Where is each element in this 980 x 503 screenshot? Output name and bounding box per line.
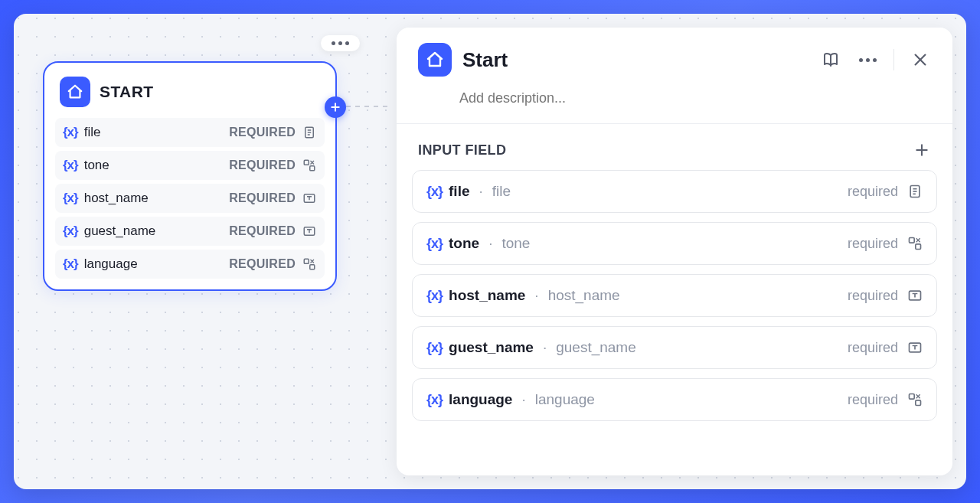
detail-panel: Start INPUT FIELD	[397, 28, 952, 475]
separator: ·	[488, 235, 492, 252]
start-node[interactable]: START {x} file REQUIRED	[43, 61, 337, 291]
separator: ·	[543, 339, 547, 356]
divider	[893, 49, 894, 70]
section-header: INPUT FIELD	[397, 141, 952, 170]
canvas[interactable]: START {x} file REQUIRED	[14, 14, 397, 489]
variable-icon: {x}	[63, 158, 78, 173]
panel-title: Start	[462, 48, 809, 72]
description-input[interactable]	[459, 90, 931, 106]
plus-icon	[329, 101, 341, 113]
separator: ·	[521, 391, 525, 408]
canvas-more-button[interactable]	[321, 35, 360, 51]
text-type-icon	[907, 288, 923, 303]
panel-description	[397, 83, 952, 123]
node-title: START	[100, 83, 153, 101]
svg-rect-25	[916, 400, 921, 406]
docs-button[interactable]	[820, 49, 841, 70]
variable-icon: {x}	[426, 184, 443, 200]
svg-rect-24	[910, 394, 915, 400]
svg-rect-7	[310, 166, 315, 171]
required-label: REQUIRED	[229, 224, 296, 238]
more-icon	[332, 41, 349, 45]
select-type-icon	[907, 236, 923, 251]
variable-row[interactable]: {x} guest_name REQUIRED	[55, 217, 325, 246]
input-field-row[interactable]: {x} guest_name · guest_name required	[412, 326, 937, 369]
plus-icon	[914, 142, 929, 158]
variable-icon: {x}	[426, 392, 443, 408]
text-type-icon	[302, 191, 317, 206]
variable-icon: {x}	[426, 340, 443, 356]
separator: ·	[534, 287, 538, 304]
field-name: tone	[449, 235, 479, 252]
home-icon	[418, 43, 452, 77]
variable-icon: {x}	[63, 256, 78, 272]
app-surface: START {x} file REQUIRED	[14, 14, 966, 489]
field-alias: file	[492, 183, 511, 200]
add-connection-button[interactable]	[325, 96, 346, 118]
field-name: file	[449, 183, 469, 200]
select-type-icon	[302, 256, 317, 272]
close-icon	[912, 51, 929, 68]
required-label: REQUIRED	[229, 126, 296, 139]
field-name: host_name	[449, 287, 525, 304]
svg-rect-11	[310, 265, 315, 269]
book-icon	[822, 51, 840, 69]
required-label: required	[848, 184, 898, 200]
add-field-button[interactable]	[913, 141, 931, 159]
text-type-icon	[907, 340, 923, 355]
variable-row[interactable]: {x} language REQUIRED	[55, 250, 325, 279]
select-type-icon	[907, 392, 923, 407]
variable-icon: {x}	[426, 236, 443, 252]
section-title: INPUT FIELD	[418, 142, 506, 158]
variable-icon: {x}	[426, 288, 443, 304]
field-name: guest_name	[449, 339, 534, 356]
svg-rect-20	[910, 238, 915, 243]
variable-name: guest_name	[84, 224, 156, 239]
variable-icon: {x}	[63, 224, 78, 239]
svg-rect-6	[304, 160, 309, 165]
variable-row[interactable]: {x} tone REQUIRED	[55, 151, 325, 180]
panel-more-button[interactable]	[857, 49, 878, 70]
field-list: {x} file · file required {x} tone ·	[397, 170, 952, 430]
variable-name: language	[84, 256, 138, 272]
close-button[interactable]	[910, 49, 931, 70]
field-alias: language	[535, 391, 595, 408]
text-type-icon	[302, 224, 317, 239]
panel-header: Start	[397, 28, 952, 83]
required-label: required	[848, 288, 898, 304]
required-label: required	[848, 340, 898, 356]
input-field-row[interactable]: {x} tone · tone required	[412, 222, 937, 265]
input-field-row[interactable]: {x} language · language required	[412, 378, 937, 421]
home-icon	[60, 77, 90, 107]
required-label: REQUIRED	[229, 257, 296, 271]
select-type-icon	[302, 158, 317, 173]
divider	[397, 123, 952, 124]
file-type-icon	[302, 125, 317, 140]
required-label: REQUIRED	[229, 191, 296, 205]
input-field-row[interactable]: {x} file · file required	[412, 170, 937, 213]
variable-icon: {x}	[63, 125, 78, 140]
svg-rect-21	[916, 244, 921, 250]
panel-actions	[820, 49, 931, 70]
svg-rect-10	[304, 259, 309, 263]
variable-name: tone	[84, 158, 109, 173]
variable-row[interactable]: {x} host_name REQUIRED	[55, 184, 325, 213]
field-name: language	[449, 391, 512, 408]
variable-name: host_name	[84, 191, 149, 206]
separator: ·	[479, 183, 482, 200]
field-alias: tone	[501, 235, 530, 252]
field-alias: guest_name	[556, 339, 636, 356]
variable-row[interactable]: {x} file REQUIRED	[55, 118, 325, 147]
variable-icon: {x}	[63, 191, 78, 206]
required-label: REQUIRED	[229, 158, 296, 172]
required-label: required	[848, 392, 898, 408]
required-label: required	[848, 236, 898, 252]
file-type-icon	[907, 184, 923, 199]
node-body: {x} file REQUIRED {x} tone	[44, 118, 335, 289]
variable-name: file	[84, 125, 101, 140]
more-icon	[859, 58, 877, 62]
node-header: START	[44, 63, 335, 118]
field-alias: host_name	[548, 287, 620, 304]
input-field-row[interactable]: {x} host_name · host_name required	[412, 274, 937, 317]
